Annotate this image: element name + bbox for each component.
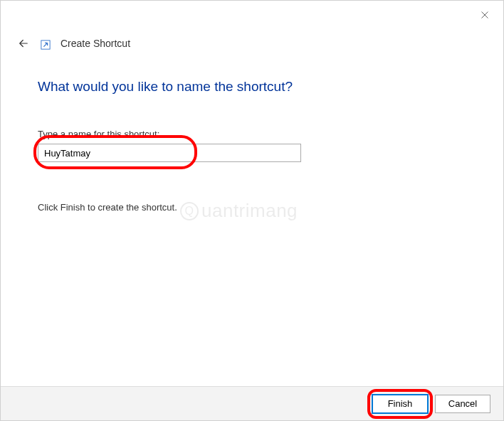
dialog-title: Create Shortcut <box>61 38 130 49</box>
back-button[interactable] <box>16 36 31 50</box>
dialog-footer: Finish Cancel <box>1 386 503 420</box>
dialog-header: Create Shortcut <box>1 1 503 50</box>
page-heading: What would you like to name the shortcut… <box>38 79 466 95</box>
shortcut-icon <box>41 40 51 50</box>
cancel-button[interactable]: Cancel <box>435 395 490 413</box>
create-shortcut-dialog: Create Shortcut What would you like to n… <box>0 0 504 421</box>
finish-button[interactable]: Finish <box>372 395 428 413</box>
dialog-content: What would you like to name the shortcut… <box>1 50 503 213</box>
input-label: Type a name for this shortcut: <box>38 129 466 139</box>
shortcut-name-input[interactable] <box>38 144 301 162</box>
instruction-text: Click Finish to create the shortcut. <box>38 202 466 213</box>
close-button[interactable] <box>476 6 493 23</box>
